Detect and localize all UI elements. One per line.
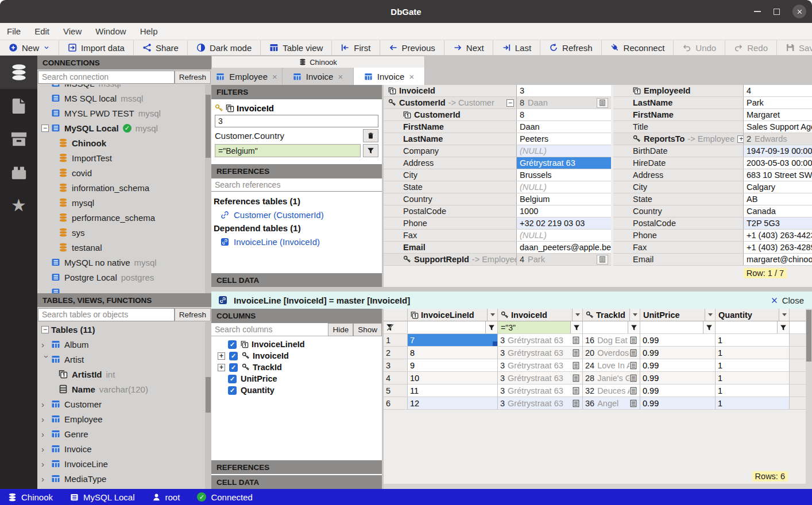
toolbar-dark-mode-button[interactable]: Dark mode bbox=[188, 40, 261, 55]
form-value[interactable]: +32 02 219 03 03 bbox=[517, 217, 611, 229]
chevron-icon[interactable]: › bbox=[41, 475, 51, 483]
column-toggle-invoiceid[interactable]: +✓InvoiceId bbox=[211, 350, 382, 362]
toolbar-first-button[interactable]: First bbox=[332, 40, 380, 55]
nav-databases[interactable] bbox=[0, 56, 37, 89]
column-header-unitprice[interactable]: UnitPrice bbox=[640, 309, 716, 321]
expand-icon[interactable]: + bbox=[737, 135, 744, 143]
column-menu-button[interactable] bbox=[487, 309, 497, 321]
form-value[interactable]: 2Edwards bbox=[744, 133, 812, 145]
column-menu-button[interactable] bbox=[779, 309, 789, 321]
form-row-fax[interactable]: Fax(NULL) bbox=[384, 230, 611, 242]
cell-invoiceid[interactable]: 3Grétrystraat 63 bbox=[498, 359, 583, 372]
connections-refresh-button[interactable]: Refresh bbox=[175, 71, 211, 84]
connections-scrollbar[interactable] bbox=[205, 84, 211, 293]
cell-invoiceid[interactable]: 3Grétrystraat 63 bbox=[498, 334, 583, 347]
toolbar-next-button[interactable]: Next bbox=[444, 40, 493, 55]
checkbox-checked[interactable]: ✓ bbox=[228, 375, 237, 383]
column-toggle-trackid[interactable]: +✓TrackId bbox=[211, 362, 382, 373]
form-row-address[interactable]: AddressGrétrystraat 63 bbox=[384, 157, 611, 169]
cell-invoiceid[interactable]: 3Grétrystraat 63 bbox=[498, 397, 583, 410]
form-value[interactable]: 683 10 Street SW bbox=[744, 169, 812, 181]
form-value[interactable]: Belgium bbox=[517, 193, 611, 205]
cell-invoicelineid[interactable]: 8 bbox=[408, 347, 498, 359]
tables-refresh-button[interactable]: Refresh bbox=[175, 308, 211, 321]
column-header-quantity[interactable]: Quantity bbox=[716, 309, 790, 321]
cell-unitprice[interactable]: 0.99 bbox=[640, 359, 716, 372]
form-row-email[interactable]: Emaildaan_peeters@apple.be bbox=[384, 242, 611, 254]
filter-cell-unitprice[interactable] bbox=[640, 321, 716, 334]
form-row-customerid[interactable]: CustomerId8 bbox=[384, 109, 611, 121]
clear-filters-button[interactable] bbox=[384, 321, 408, 334]
form-row-country[interactable]: CountryCanada bbox=[613, 205, 812, 217]
statusbar-user[interactable]: root bbox=[152, 492, 180, 502]
menu-edit[interactable]: Edit bbox=[34, 26, 49, 36]
column-toggle-invoicelineid[interactable]: ✓InvoiceLineId bbox=[211, 339, 382, 350]
tab-invoice[interactable]: Invoice× bbox=[354, 68, 425, 85]
nav-files[interactable] bbox=[0, 89, 37, 122]
form-row-firstname[interactable]: FirstNameDaan bbox=[384, 121, 611, 133]
funnel-button[interactable] bbox=[485, 321, 497, 333]
columns-search-input[interactable] bbox=[211, 323, 328, 336]
tables-scrollbar[interactable] bbox=[205, 322, 211, 489]
filter-input[interactable] bbox=[716, 321, 777, 333]
toolbar-last-button[interactable]: Last bbox=[493, 40, 540, 55]
close-button[interactable] bbox=[792, 5, 806, 18]
cell-quantity[interactable]: 1 bbox=[716, 359, 790, 372]
cell-trackid[interactable]: 28Janie's Got A Gun bbox=[583, 372, 640, 384]
column-header-invoicelineid[interactable]: InvoiceLineId bbox=[408, 309, 498, 321]
cell-invoiceid[interactable]: 3Grétrystraat 63 bbox=[498, 347, 583, 359]
close-tab-icon[interactable]: × bbox=[272, 72, 277, 81]
form-row-email[interactable]: Emailmargaret@chinookcorp.com bbox=[613, 254, 812, 266]
filter-input[interactable] bbox=[640, 321, 703, 333]
form-value[interactable]: Margaret bbox=[744, 109, 812, 121]
form-row-city[interactable]: CityCalgary bbox=[613, 181, 812, 193]
chevron-icon[interactable]: › bbox=[41, 460, 51, 468]
cell-unitprice[interactable]: 0.99 bbox=[640, 397, 716, 410]
toolbar-import-data-button[interactable]: Import data bbox=[59, 40, 134, 55]
reference-link[interactable]: InvoiceLine (InvoiceId) bbox=[214, 235, 380, 248]
filter-cell-quantity[interactable] bbox=[716, 321, 790, 334]
toolbar-redo-button[interactable]: Redo bbox=[725, 40, 777, 55]
collapse-icon[interactable]: − bbox=[41, 326, 49, 333]
cell-invoiceid[interactable]: 3Grétrystraat 63 bbox=[498, 372, 583, 384]
form-row-customerid[interactable]: CustomerId-> Customer−8Daan bbox=[384, 97, 611, 109]
form-value[interactable]: T2P 5G3 bbox=[744, 217, 812, 229]
database-item-covid[interactable]: covid bbox=[37, 165, 211, 180]
nav-plugins[interactable] bbox=[0, 156, 37, 189]
connection-item-postgre-local[interactable]: Postgre Localpostgres bbox=[37, 270, 211, 285]
menu-view[interactable]: View bbox=[63, 26, 82, 36]
cell-trackid[interactable]: 32Deuces Are Wild bbox=[583, 384, 640, 397]
form-value[interactable]: Daan bbox=[517, 121, 611, 133]
cell-invoicelineid[interactable]: 12 bbox=[408, 397, 498, 410]
form-value[interactable]: 8Daan bbox=[517, 97, 611, 108]
column-header-trackid[interactable]: TrackId bbox=[583, 309, 640, 321]
toolbar-reconnect-button[interactable]: Reconnect bbox=[602, 40, 674, 55]
column-toggle-quantity[interactable]: ✓Quantity bbox=[211, 384, 382, 396]
form-row-city[interactable]: CityBrussels bbox=[384, 169, 611, 181]
invoiceid-filter-input[interactable] bbox=[215, 115, 378, 127]
database-item-performance-schema[interactable]: performance_schema bbox=[37, 210, 211, 225]
table-item-album[interactable]: ›Album bbox=[37, 337, 211, 352]
cell-quantity[interactable]: 1 bbox=[716, 397, 790, 410]
form-value[interactable]: daan_peeters@apple.be bbox=[517, 242, 611, 253]
connection-search-input[interactable] bbox=[38, 71, 175, 84]
column-menu-button[interactable] bbox=[705, 309, 715, 321]
form-row-postalcode[interactable]: PostalCodeT2P 5G3 bbox=[613, 217, 812, 230]
toolbar-new-button[interactable]: New bbox=[0, 40, 59, 55]
connection-item-ms-sql-local[interactable]: MS SQL localmssql bbox=[37, 91, 211, 106]
table-item-mediatype[interactable]: ›MediaType bbox=[37, 471, 211, 486]
database-item-chinook[interactable]: Chinook bbox=[37, 135, 211, 150]
form-row-address[interactable]: Address683 10 Street SW bbox=[613, 169, 812, 181]
expand-icon[interactable]: + bbox=[218, 352, 225, 360]
checkbox-checked[interactable]: ✓ bbox=[229, 363, 238, 372]
toolbar-previous-button[interactable]: Previous bbox=[380, 40, 444, 55]
table-item-tables-11[interactable]: −Tables (11) bbox=[37, 322, 211, 337]
form-row-birthdate[interactable]: BirthDate1947-09-19 00:00:00 bbox=[613, 145, 812, 157]
database-item-testanal[interactable]: testanal bbox=[37, 240, 211, 255]
connection-item-mysql-local[interactable]: −MySQL Local✓mysql bbox=[37, 121, 211, 135]
row-number[interactable]: 5 bbox=[384, 384, 408, 397]
cell-quantity[interactable]: 1 bbox=[716, 372, 790, 384]
close-detail-button[interactable]: Close bbox=[771, 296, 804, 305]
form-row-postalcode[interactable]: PostalCode1000 bbox=[384, 205, 611, 217]
form-value[interactable]: Peeters bbox=[517, 133, 611, 145]
